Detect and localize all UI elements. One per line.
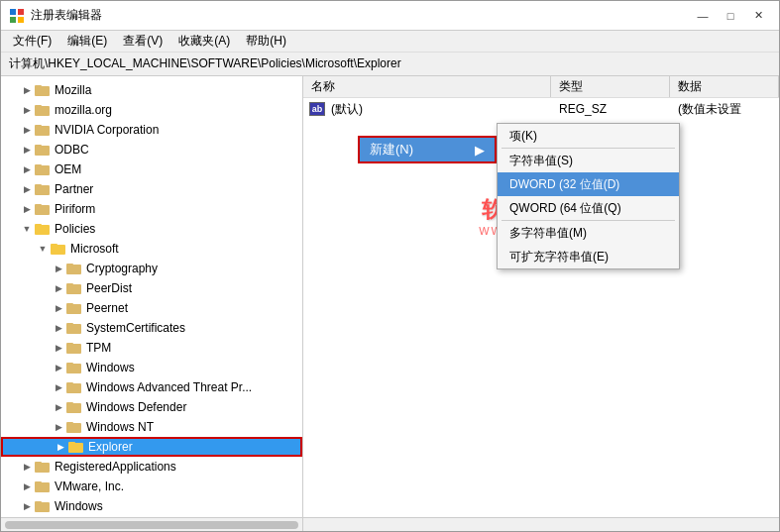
new-menu-label: 新建(N) bbox=[370, 141, 413, 159]
svg-rect-21 bbox=[51, 244, 57, 247]
menu-item[interactable]: 文件(F) bbox=[5, 31, 59, 52]
new-menu-button[interactable]: 新建(N) ▶ bbox=[358, 136, 497, 163]
window: 注册表编辑器 — □ ✕ 文件(F)编辑(E)查看(V)收藏夹(A)帮助(H) … bbox=[0, 0, 780, 532]
column-type: 类型 bbox=[551, 76, 670, 97]
tree-item-windowsnt[interactable]: ▶ Windows NT bbox=[1, 417, 302, 437]
tree-item-windows-root[interactable]: ▶ Windows bbox=[1, 496, 302, 516]
tree-item-label: Peernet bbox=[86, 301, 128, 315]
folder-icon bbox=[66, 280, 82, 296]
tree-item-wat[interactable]: ▶ Windows Advanced Threat Pr... bbox=[1, 377, 302, 397]
menu-item[interactable]: 收藏夹(A) bbox=[170, 31, 238, 52]
svg-rect-33 bbox=[66, 363, 73, 366]
tree-item-nvidia[interactable]: ▶ NVIDIA Corporation bbox=[1, 120, 302, 140]
window-title: 注册表编辑器 bbox=[31, 7, 102, 24]
registry-entry-default[interactable]: ab (默认) REG_SZ (数值未设置 bbox=[303, 98, 779, 120]
folder-open-icon bbox=[51, 241, 66, 257]
tree-item-label: Windows Advanced Threat Pr... bbox=[86, 380, 252, 394]
address-bar: 计算机\HKEY_LOCAL_MACHINE\SOFTWARE\Policies… bbox=[1, 53, 779, 76]
tree-item-label: NVIDIA Corporation bbox=[55, 123, 159, 137]
tree-item-registeredapps[interactable]: ▶ RegisteredApplications bbox=[1, 457, 302, 477]
tree-item-systemcerts[interactable]: ▶ SystemCertificates bbox=[1, 318, 302, 338]
svg-rect-23 bbox=[66, 264, 73, 266]
expand-arrow: ▶ bbox=[55, 441, 66, 453]
expand-arrow: ▶ bbox=[53, 282, 64, 294]
tree-item-policies[interactable]: ▼ Policies bbox=[1, 219, 302, 239]
tree-item-partner[interactable]: ▶ Partner bbox=[1, 179, 302, 199]
tree-item-microsoft[interactable]: ▼ Microsoft bbox=[1, 239, 302, 259]
folder-icon bbox=[35, 498, 51, 514]
menu-item[interactable]: 编辑(E) bbox=[59, 31, 115, 52]
expand-arrow: ▶ bbox=[53, 342, 64, 354]
submenu-item-qword[interactable]: QWORD (64 位值(Q) bbox=[498, 196, 679, 220]
close-button[interactable]: ✕ bbox=[745, 5, 771, 27]
tree-item-peernet[interactable]: ▶ Peernet bbox=[1, 298, 302, 318]
svg-rect-41 bbox=[68, 442, 75, 445]
folder-icon bbox=[66, 261, 82, 276]
expand-arrow: ▶ bbox=[53, 322, 64, 334]
column-name: 名称 bbox=[303, 76, 551, 97]
tree-item-tpm[interactable]: ▶ TPM bbox=[1, 338, 302, 358]
tree-item-odbc[interactable]: ▶ ODBC bbox=[1, 140, 302, 160]
submenu-item-string[interactable]: 字符串值(S) bbox=[498, 149, 679, 172]
tree-item-defender[interactable]: ▶ Windows Defender bbox=[1, 397, 302, 417]
expand-arrow: ▶ bbox=[21, 203, 33, 215]
tree-item-label: TPM bbox=[86, 341, 111, 355]
submenu-item-label: 可扩充字符串值(E) bbox=[509, 249, 609, 266]
expand-arrow: ▼ bbox=[21, 223, 33, 235]
tree-item-vmware[interactable]: ▶ VMware, Inc. bbox=[1, 477, 302, 496]
svg-rect-1 bbox=[18, 9, 24, 15]
tree-item-label: VMware, Inc. bbox=[55, 479, 124, 493]
svg-rect-31 bbox=[66, 343, 73, 346]
tree-item-label: RegisteredApplications bbox=[55, 460, 176, 474]
svg-rect-29 bbox=[66, 323, 73, 326]
folder-icon bbox=[35, 161, 51, 177]
menu-item[interactable]: 查看(V) bbox=[115, 31, 170, 52]
folder-icon bbox=[35, 102, 51, 118]
submenu-item-label: DWORD (32 位值(D) bbox=[509, 176, 619, 193]
svg-rect-35 bbox=[66, 382, 73, 385]
left-scrollbar[interactable] bbox=[1, 518, 303, 531]
svg-rect-11 bbox=[35, 145, 42, 148]
tree-item-cryptography[interactable]: ▶ Cryptography bbox=[1, 259, 302, 278]
expand-arrow: ▶ bbox=[21, 163, 33, 175]
svg-rect-19 bbox=[35, 224, 42, 227]
submenu-item-expandstring[interactable]: 可扩充字符串值(E) bbox=[498, 245, 679, 268]
tree-item-windows[interactable]: ▶ Windows bbox=[1, 358, 302, 377]
column-data: 数据 bbox=[670, 76, 779, 97]
tree-panel[interactable]: ▶ Mozilla ▶ mozilla.org bbox=[1, 76, 303, 517]
tree-item-mozilla[interactable]: ▶ Mozilla bbox=[1, 80, 302, 100]
folder-icon bbox=[66, 419, 82, 435]
title-bar-left: 注册表编辑器 bbox=[9, 7, 102, 24]
expand-arrow: ▼ bbox=[37, 243, 49, 255]
tree-item-explorer[interactable]: ▶ Explorer bbox=[1, 437, 302, 457]
submenu-item-label: 字符串值(S) bbox=[509, 153, 573, 169]
folder-open-icon bbox=[35, 221, 51, 237]
submenu-item-label: 项(K) bbox=[509, 128, 537, 145]
folder-icon bbox=[35, 142, 51, 158]
submenu-item-xiang[interactable]: 项(K) bbox=[498, 124, 679, 148]
column-header: 名称 类型 数据 bbox=[303, 76, 779, 98]
menu-item[interactable]: 帮助(H) bbox=[238, 31, 294, 52]
tree-item-label: Cryptography bbox=[86, 262, 158, 275]
expand-arrow: ▶ bbox=[21, 124, 33, 136]
tree-item-peerdist[interactable]: ▶ PeerDist bbox=[1, 278, 302, 298]
tree-item-piriform[interactable]: ▶ Piriform bbox=[1, 199, 302, 219]
maximize-button[interactable]: □ bbox=[718, 5, 743, 27]
right-scrollbar[interactable] bbox=[303, 518, 779, 531]
minimize-button[interactable]: — bbox=[690, 5, 716, 27]
svg-rect-37 bbox=[66, 402, 73, 405]
title-bar: 注册表编辑器 — □ ✕ bbox=[1, 1, 779, 31]
submenu-item-dword[interactable]: DWORD (32 位值(D) bbox=[498, 172, 679, 196]
submenu-item-multistring[interactable]: 多字符串值(M) bbox=[498, 221, 679, 245]
entry-data: (数值未设置 bbox=[678, 101, 775, 118]
bottom-bar bbox=[1, 517, 779, 531]
expand-arrow: ▶ bbox=[21, 461, 33, 473]
folder-icon bbox=[66, 360, 82, 375]
entry-name: (默认) bbox=[331, 101, 559, 118]
entry-type-text: REG_SZ bbox=[559, 102, 678, 116]
expand-arrow: ▶ bbox=[53, 362, 64, 373]
tree-item-oem[interactable]: ▶ OEM bbox=[1, 160, 302, 179]
tree-item-mozillaorg[interactable]: ▶ mozilla.org bbox=[1, 100, 302, 120]
svg-rect-2 bbox=[10, 17, 16, 23]
svg-rect-7 bbox=[35, 105, 42, 108]
